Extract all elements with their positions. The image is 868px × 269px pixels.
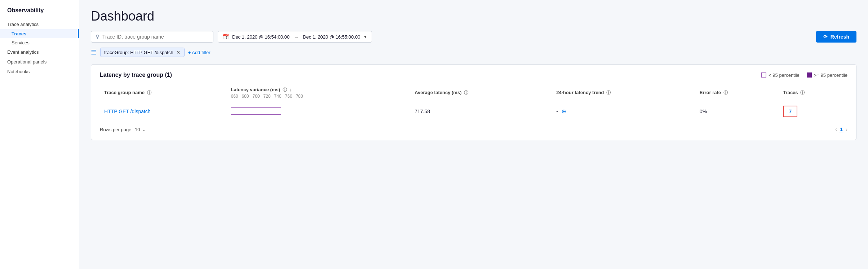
col-latency-trend: 24-hour latency trend ⓘ: [552, 84, 695, 102]
latency-panel: Latency by trace group (1) < 95 percenti…: [91, 64, 856, 140]
date-picker[interactable]: 📅 Dec 1, 2020 @ 16:54:00.00 → Dec 1, 202…: [218, 31, 372, 43]
refresh-label: Refresh: [831, 34, 849, 40]
legend-high-label: >= 95 percentile: [814, 72, 847, 78]
info-icon-trend: ⓘ: [606, 90, 611, 95]
sidebar: Observability Trace analytics Traces Ser…: [0, 0, 79, 269]
search-icon: ⚲: [96, 34, 99, 40]
search-input[interactable]: [102, 34, 209, 40]
table-header-row: Trace group name ⓘ Latency variance (ms)…: [100, 84, 847, 102]
legend-low-icon: [761, 72, 766, 78]
legend-low: < 95 percentile: [761, 72, 800, 78]
filter-tag-text: traceGroup: HTTP GET /dispatch: [104, 50, 173, 55]
legend-high-icon: [807, 72, 812, 78]
info-icon-traces: ⓘ: [800, 90, 805, 95]
sidebar-section-operational-panels[interactable]: Operational panels: [0, 57, 79, 67]
trace-group-name-value: HTTP GET /dispatch: [104, 109, 151, 114]
info-icon-name: ⓘ: [147, 90, 151, 95]
sidebar-item-services[interactable]: Services: [0, 38, 79, 47]
rows-per-page-chevron-icon: ⌄: [142, 127, 146, 132]
sidebar-item-traces[interactable]: Traces: [0, 29, 79, 38]
sidebar-section-notebooks[interactable]: Notebooks: [0, 67, 79, 76]
date-from: Dec 1, 2020 @ 16:54:00.00: [232, 34, 289, 40]
prev-page-button[interactable]: ‹: [835, 126, 837, 133]
col-trace-group-name: Trace group name ⓘ: [100, 84, 226, 102]
chevron-down-icon: ▼: [363, 34, 367, 39]
legend-high: >= 95 percentile: [807, 72, 847, 78]
latency-trend-cell: - ⊕: [552, 102, 695, 121]
info-icon-latency: ⓘ: [283, 87, 287, 92]
latency-variance-cell: [226, 102, 410, 121]
date-to: Dec 1, 2020 @ 16:55:00.00: [303, 34, 360, 40]
filter-remove-button[interactable]: ✕: [176, 49, 181, 55]
avg-latency-cell: 717.58: [410, 102, 552, 121]
next-page-button[interactable]: ›: [846, 126, 847, 133]
date-arrow: →: [294, 34, 298, 40]
legend-low-label: < 95 percentile: [769, 72, 800, 78]
add-filter-button[interactable]: + Add filter: [188, 50, 211, 55]
table-row: HTTP GET /dispatch 717.58 - ⊕: [100, 102, 847, 121]
page-title: Dashboard: [91, 9, 856, 24]
trace-group-name-cell[interactable]: HTTP GET /dispatch: [100, 102, 226, 121]
top-bar: ⚲ 📅 Dec 1, 2020 @ 16:54:00.00 → Dec 1, 2…: [91, 31, 856, 43]
sidebar-item-services-label: Services: [12, 40, 30, 45]
latency-table: Trace group name ⓘ Latency variance (ms)…: [100, 84, 847, 121]
refresh-button[interactable]: ⟳ Refresh: [816, 31, 856, 43]
current-page[interactable]: 1: [839, 127, 843, 132]
latency-trend-value: -: [556, 109, 558, 114]
avg-latency-value: 717.58: [415, 109, 430, 114]
latency-table-wrap: Trace group name ⓘ Latency variance (ms)…: [100, 84, 847, 121]
filter-icon[interactable]: ☰: [91, 48, 97, 56]
legend: < 95 percentile >= 95 percentile: [761, 72, 847, 78]
sidebar-section-trace-analytics[interactable]: Trace analytics: [0, 19, 79, 29]
traces-cell[interactable]: 7: [779, 102, 847, 121]
col-latency-variance: Latency variance (ms) ⓘ ↓ 660 680 700 72…: [226, 84, 410, 102]
zoom-icon[interactable]: ⊕: [562, 108, 566, 114]
search-box[interactable]: ⚲: [91, 31, 213, 43]
refresh-icon: ⟳: [823, 34, 828, 40]
panel-title: Latency by trace group (1): [100, 72, 172, 78]
traces-value[interactable]: 7: [783, 106, 797, 117]
calendar-icon: 📅: [222, 34, 229, 40]
rows-per-page-selector[interactable]: Rows per page: 10 ⌄: [100, 127, 146, 132]
error-rate-value: 0%: [700, 109, 707, 114]
col-error-rate: Error rate ⓘ: [695, 84, 779, 102]
table-footer: Rows per page: 10 ⌄ ‹ 1 ›: [100, 126, 847, 133]
sidebar-brand: Observability: [0, 7, 79, 19]
info-icon-error: ⓘ: [723, 90, 728, 95]
info-icon-avg: ⓘ: [464, 90, 468, 95]
panel-header: Latency by trace group (1) < 95 percenti…: [100, 72, 847, 78]
filter-row: ☰ traceGroup: HTTP GET /dispatch ✕ + Add…: [91, 48, 856, 57]
main-content: Dashboard ⚲ 📅 Dec 1, 2020 @ 16:54:00.00 …: [79, 0, 868, 269]
sort-down-icon[interactable]: ↓: [289, 87, 292, 92]
sidebar-section-event-analytics[interactable]: Event analytics: [0, 47, 79, 57]
latency-variance-scale: 660 680 700 720 740 760 780: [231, 94, 406, 99]
pagination: ‹ 1 ›: [835, 126, 847, 133]
filter-tag: traceGroup: HTTP GET /dispatch ✕: [100, 48, 185, 57]
col-traces: Traces ⓘ: [779, 84, 847, 102]
error-rate-cell: 0%: [695, 102, 779, 121]
sidebar-item-traces-label: Traces: [12, 31, 26, 36]
rows-per-page-label: Rows per page:: [100, 127, 133, 132]
latency-variance-bar: [231, 107, 281, 115]
rows-per-page-value: 10: [135, 127, 140, 132]
col-avg-latency: Average latency (ms) ⓘ: [410, 84, 552, 102]
